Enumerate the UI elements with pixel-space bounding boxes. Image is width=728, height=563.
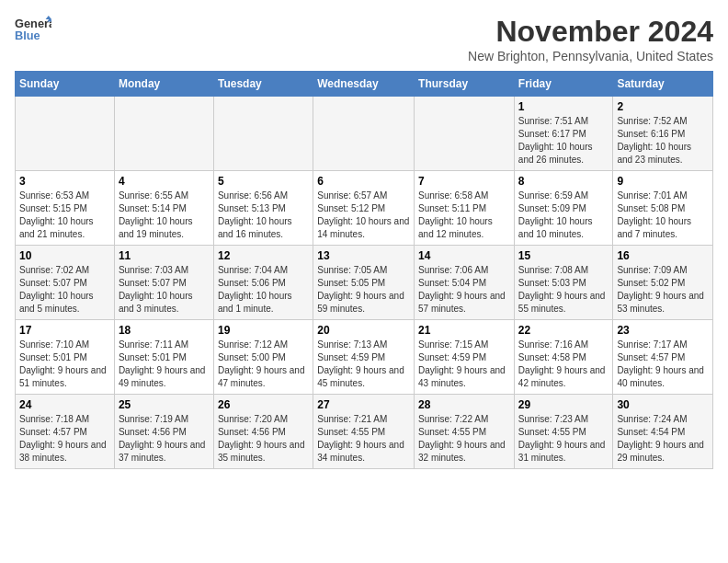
day-header-wednesday: Wednesday (313, 72, 415, 97)
calendar-cell: 28Sunrise: 7:22 AM Sunset: 4:55 PM Dayli… (415, 395, 515, 469)
day-info: Sunrise: 6:56 AM Sunset: 5:13 PM Dayligh… (218, 190, 309, 241)
day-number: 5 (218, 175, 309, 188)
day-info: Sunrise: 7:08 AM Sunset: 5:03 PM Dayligh… (518, 264, 609, 316)
calendar-cell: 4Sunrise: 6:55 AM Sunset: 5:14 PM Daylig… (114, 171, 213, 246)
calendar-cell: 17Sunrise: 7:10 AM Sunset: 5:01 PM Dayli… (16, 320, 115, 395)
day-number: 6 (317, 175, 410, 188)
day-number: 13 (317, 249, 410, 262)
day-info: Sunrise: 7:10 AM Sunset: 5:01 PM Dayligh… (19, 339, 110, 390)
month-year: November 2024 (468, 15, 713, 49)
day-info: Sunrise: 7:52 AM Sunset: 6:16 PM Dayligh… (617, 115, 709, 167)
day-info: Sunrise: 7:19 AM Sunset: 4:56 PM Dayligh… (119, 413, 210, 465)
day-info: Sunrise: 7:16 AM Sunset: 4:58 PM Dayligh… (518, 339, 609, 390)
calendar-cell: 14Sunrise: 7:06 AM Sunset: 5:04 PM Dayli… (415, 246, 515, 320)
calendar-cell: 2Sunrise: 7:52 AM Sunset: 6:16 PM Daylig… (613, 97, 713, 171)
day-info: Sunrise: 7:15 AM Sunset: 4:59 PM Dayligh… (418, 339, 510, 390)
day-info: Sunrise: 7:01 AM Sunset: 5:08 PM Dayligh… (617, 190, 709, 241)
week-row: 1Sunrise: 7:51 AM Sunset: 6:17 PM Daylig… (16, 97, 713, 171)
calendar-cell: 11Sunrise: 7:03 AM Sunset: 5:07 PM Dayli… (114, 246, 213, 320)
day-number: 16 (617, 249, 709, 262)
day-info: Sunrise: 7:09 AM Sunset: 5:02 PM Dayligh… (617, 264, 709, 316)
calendar-cell: 24Sunrise: 7:18 AM Sunset: 4:57 PM Dayli… (16, 395, 115, 469)
calendar-cell: 5Sunrise: 6:56 AM Sunset: 5:13 PM Daylig… (213, 171, 313, 246)
calendar-cell: 13Sunrise: 7:05 AM Sunset: 5:05 PM Dayli… (313, 246, 415, 320)
day-number: 29 (518, 398, 609, 411)
day-info: Sunrise: 6:55 AM Sunset: 5:14 PM Dayligh… (119, 190, 210, 241)
calendar-cell: 23Sunrise: 7:17 AM Sunset: 4:57 PM Dayli… (613, 320, 713, 395)
day-number: 27 (317, 398, 410, 411)
day-header-thursday: Thursday (415, 72, 515, 97)
svg-text:Blue: Blue (15, 29, 40, 42)
day-number: 26 (218, 398, 309, 411)
day-number: 30 (617, 398, 709, 411)
day-number: 2 (617, 100, 709, 113)
calendar-cell (213, 97, 313, 171)
day-number: 15 (518, 249, 609, 262)
calendar-cell: 20Sunrise: 7:13 AM Sunset: 4:59 PM Dayli… (313, 320, 415, 395)
day-info: Sunrise: 7:23 AM Sunset: 4:55 PM Dayligh… (518, 413, 609, 465)
day-number: 4 (119, 175, 210, 188)
day-header-tuesday: Tuesday (213, 72, 313, 97)
week-row: 24Sunrise: 7:18 AM Sunset: 4:57 PM Dayli… (16, 395, 713, 469)
day-header-friday: Friday (514, 72, 613, 97)
calendar-table: SundayMondayTuesdayWednesdayThursdayFrid… (15, 71, 713, 469)
day-info: Sunrise: 7:24 AM Sunset: 4:54 PM Dayligh… (617, 413, 709, 465)
week-row: 17Sunrise: 7:10 AM Sunset: 5:01 PM Dayli… (16, 320, 713, 395)
day-number: 23 (617, 324, 709, 337)
day-info: Sunrise: 7:05 AM Sunset: 5:05 PM Dayligh… (317, 264, 410, 316)
calendar-cell: 7Sunrise: 6:58 AM Sunset: 5:11 PM Daylig… (415, 171, 515, 246)
day-number: 3 (19, 175, 110, 188)
day-info: Sunrise: 7:51 AM Sunset: 6:17 PM Dayligh… (518, 115, 609, 167)
day-number: 19 (218, 324, 309, 337)
calendar-cell (16, 97, 115, 171)
calendar-cell: 3Sunrise: 6:53 AM Sunset: 5:15 PM Daylig… (16, 171, 115, 246)
calendar-cell: 10Sunrise: 7:02 AM Sunset: 5:07 PM Dayli… (16, 246, 115, 320)
location: New Brighton, Pennsylvania, United State… (468, 49, 713, 63)
day-number: 20 (317, 324, 410, 337)
day-number: 25 (119, 398, 210, 411)
day-info: Sunrise: 7:13 AM Sunset: 4:59 PM Dayligh… (317, 339, 410, 390)
day-header-sunday: Sunday (16, 72, 115, 97)
day-number: 7 (418, 175, 510, 188)
calendar-cell: 16Sunrise: 7:09 AM Sunset: 5:02 PM Dayli… (613, 246, 713, 320)
day-info: Sunrise: 7:03 AM Sunset: 5:07 PM Dayligh… (119, 264, 210, 316)
calendar-cell: 26Sunrise: 7:20 AM Sunset: 4:56 PM Dayli… (213, 395, 313, 469)
day-info: Sunrise: 7:18 AM Sunset: 4:57 PM Dayligh… (19, 413, 110, 465)
day-number: 11 (119, 249, 210, 262)
calendar-cell: 6Sunrise: 6:57 AM Sunset: 5:12 PM Daylig… (313, 171, 415, 246)
day-number: 9 (617, 175, 709, 188)
calendar-cell: 29Sunrise: 7:23 AM Sunset: 4:55 PM Dayli… (514, 395, 613, 469)
day-number: 1 (518, 100, 609, 113)
day-header-monday: Monday (114, 72, 213, 97)
day-number: 17 (19, 324, 110, 337)
day-number: 24 (19, 398, 110, 411)
day-info: Sunrise: 7:20 AM Sunset: 4:56 PM Dayligh… (218, 413, 309, 465)
day-number: 22 (518, 324, 609, 337)
header-row: SundayMondayTuesdayWednesdayThursdayFrid… (16, 72, 713, 97)
day-header-saturday: Saturday (613, 72, 713, 97)
day-info: Sunrise: 7:12 AM Sunset: 5:00 PM Dayligh… (218, 339, 309, 390)
day-info: Sunrise: 6:57 AM Sunset: 5:12 PM Dayligh… (317, 190, 410, 241)
day-info: Sunrise: 6:59 AM Sunset: 5:09 PM Dayligh… (518, 190, 609, 241)
calendar-cell (114, 97, 213, 171)
day-info: Sunrise: 7:21 AM Sunset: 4:55 PM Dayligh… (317, 413, 410, 465)
day-number: 10 (19, 249, 110, 262)
day-number: 21 (418, 324, 510, 337)
calendar-cell: 22Sunrise: 7:16 AM Sunset: 4:58 PM Dayli… (514, 320, 613, 395)
page-header: General Blue November 2024 New Brighton,… (15, 15, 713, 63)
day-number: 12 (218, 249, 309, 262)
calendar-cell: 8Sunrise: 6:59 AM Sunset: 5:09 PM Daylig… (514, 171, 613, 246)
day-info: Sunrise: 7:22 AM Sunset: 4:55 PM Dayligh… (418, 413, 510, 465)
day-number: 14 (418, 249, 510, 262)
title-area: November 2024 New Brighton, Pennsylvania… (468, 15, 713, 63)
day-info: Sunrise: 7:11 AM Sunset: 5:01 PM Dayligh… (119, 339, 210, 390)
day-number: 28 (418, 398, 510, 411)
calendar-cell: 21Sunrise: 7:15 AM Sunset: 4:59 PM Dayli… (415, 320, 515, 395)
calendar-cell: 19Sunrise: 7:12 AM Sunset: 5:00 PM Dayli… (213, 320, 313, 395)
day-number: 18 (119, 324, 210, 337)
calendar-cell (313, 97, 415, 171)
calendar-cell: 1Sunrise: 7:51 AM Sunset: 6:17 PM Daylig… (514, 97, 613, 171)
day-info: Sunrise: 6:58 AM Sunset: 5:11 PM Dayligh… (418, 190, 510, 241)
calendar-cell: 9Sunrise: 7:01 AM Sunset: 5:08 PM Daylig… (613, 171, 713, 246)
day-number: 8 (518, 175, 609, 188)
